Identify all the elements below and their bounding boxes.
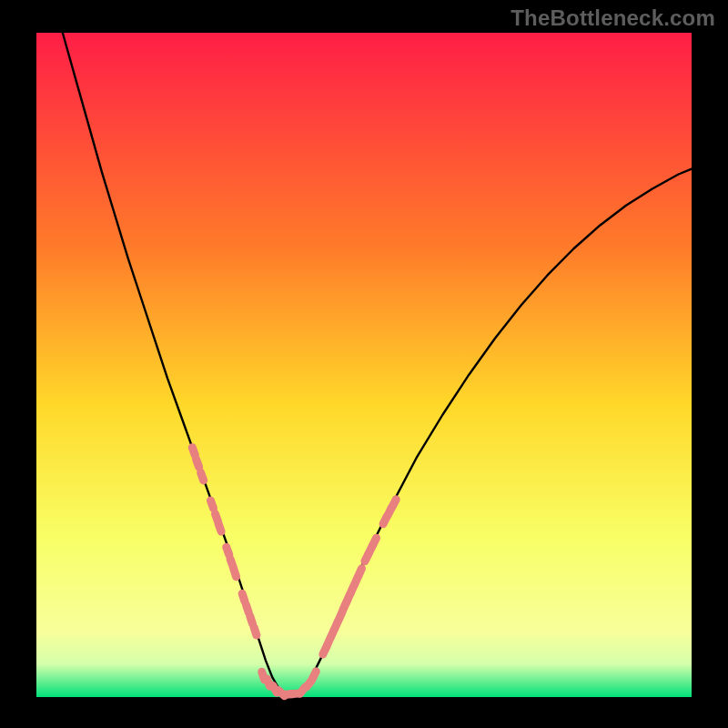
watermark-text: TheBottleneck.com bbox=[511, 5, 715, 31]
chart-frame: TheBottleneck.com bbox=[0, 0, 728, 728]
plot-background bbox=[36, 33, 692, 697]
bottleneck-chart bbox=[0, 0, 728, 728]
